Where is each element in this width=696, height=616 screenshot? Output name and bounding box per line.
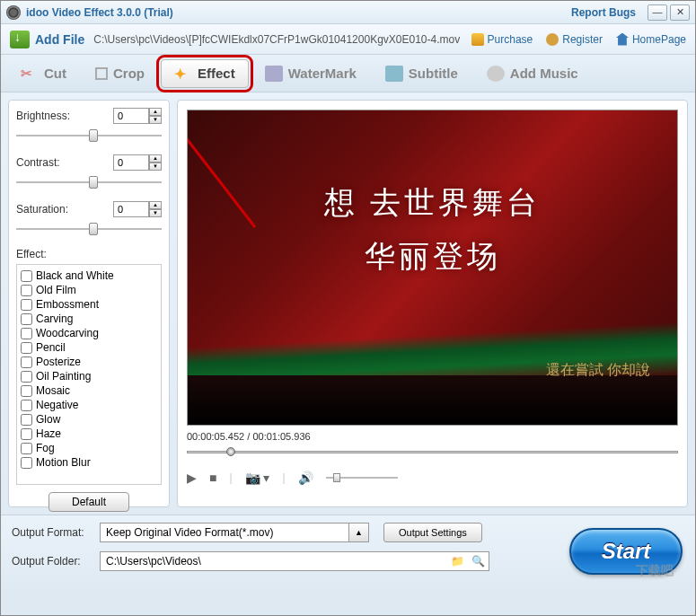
volume-slider[interactable] bbox=[326, 471, 398, 484]
tab-watermark[interactable]: WaterMark bbox=[252, 60, 369, 87]
add-file-button[interactable]: Add File bbox=[35, 32, 84, 47]
effect-label: Carving bbox=[36, 312, 73, 325]
preview-panel: 想 去世界舞台 华丽登场 還在嘗試 你却說 00:00:05.452 / 00:… bbox=[177, 100, 688, 507]
default-button[interactable]: Default bbox=[48, 492, 129, 512]
scrub-thumb[interactable] bbox=[226, 447, 235, 456]
output-format-combo[interactable]: Keep Original Video Format(*.mov) ▲ bbox=[100, 523, 369, 542]
tab-music[interactable]: Add Music bbox=[474, 60, 591, 87]
effect-label: Oil Painting bbox=[36, 370, 91, 383]
volume-icon[interactable]: 🔊 bbox=[298, 471, 313, 485]
effect-item[interactable]: Glow bbox=[19, 412, 159, 427]
app-logo-icon bbox=[6, 5, 21, 20]
close-button[interactable]: ✕ bbox=[670, 4, 690, 21]
video-preview: 想 去世界舞台 华丽登场 還在嘗試 你却說 bbox=[187, 110, 678, 426]
effect-list[interactable]: Black and WhiteOld FilmEmbossmentCarving… bbox=[16, 264, 162, 485]
video-caption-3: 還在嘗試 你却說 bbox=[546, 361, 650, 380]
saturation-up[interactable]: ▲ bbox=[149, 201, 162, 209]
effect-checkbox[interactable] bbox=[21, 428, 32, 440]
effect-item[interactable]: Fog bbox=[19, 441, 159, 455]
effect-label: Haze bbox=[36, 427, 61, 440]
effect-checkbox[interactable] bbox=[21, 356, 32, 368]
effect-item[interactable]: Haze bbox=[19, 427, 159, 441]
brightness-thumb[interactable] bbox=[89, 129, 98, 142]
brightness-group: Brightness: ▲▼ bbox=[16, 108, 162, 144]
effect-checkbox[interactable] bbox=[21, 313, 32, 325]
effect-checkbox[interactable] bbox=[21, 299, 32, 311]
home-icon bbox=[616, 33, 629, 46]
tab-cut[interactable]: ✂Cut bbox=[8, 60, 79, 87]
music-icon bbox=[487, 66, 505, 82]
effect-label: Mosaic bbox=[36, 384, 70, 397]
brightness-input[interactable] bbox=[113, 108, 149, 124]
effect-item[interactable]: Woodcarving bbox=[19, 326, 159, 340]
tab-effect[interactable]: ✦Effect bbox=[161, 59, 249, 88]
contrast-up[interactable]: ▲ bbox=[149, 154, 162, 163]
contrast-spinner[interactable]: ▲▼ bbox=[113, 154, 162, 171]
brightness-spinner[interactable]: ▲▼ bbox=[113, 108, 162, 124]
brightness-slider[interactable] bbox=[16, 128, 162, 144]
register-link[interactable]: Register bbox=[546, 33, 603, 46]
search-icon[interactable]: 🔍 bbox=[468, 555, 489, 568]
contrast-input[interactable] bbox=[113, 154, 149, 171]
effect-item[interactable]: Black and White bbox=[19, 268, 159, 283]
effect-item[interactable]: Pencil bbox=[19, 340, 159, 355]
saturation-thumb[interactable] bbox=[89, 223, 98, 235]
saturation-spinner[interactable]: ▲▼ bbox=[113, 201, 162, 217]
output-folder-input[interactable]: C:\Users\pc\Videos\ 📁 🔍 bbox=[100, 551, 489, 571]
effect-checkbox[interactable] bbox=[21, 342, 32, 354]
effect-item[interactable]: Old Film bbox=[19, 283, 159, 297]
scissors-icon: ✂ bbox=[21, 66, 39, 82]
effect-item[interactable]: Carving bbox=[19, 312, 159, 326]
effect-checkbox[interactable] bbox=[21, 270, 32, 282]
tab-subtitle[interactable]: Subtitle bbox=[373, 60, 471, 87]
purchase-link[interactable]: Purchase bbox=[471, 33, 533, 46]
start-button[interactable]: Start bbox=[569, 528, 683, 575]
stop-button[interactable]: ■ bbox=[209, 471, 216, 485]
effect-checkbox[interactable] bbox=[21, 285, 32, 296]
output-settings-button[interactable]: Output Settings bbox=[383, 523, 482, 542]
effect-checkbox[interactable] bbox=[21, 400, 32, 411]
watermark-icon bbox=[265, 66, 283, 82]
contrast-down[interactable]: ▼ bbox=[149, 163, 162, 171]
contrast-slider[interactable] bbox=[16, 174, 162, 190]
scrub-slider[interactable] bbox=[187, 444, 678, 462]
brightness-up[interactable]: ▲ bbox=[149, 108, 162, 116]
chevron-up-icon[interactable]: ▲ bbox=[348, 524, 368, 541]
effect-label: Black and White bbox=[36, 269, 114, 282]
saturation-label: Saturation: bbox=[16, 203, 68, 216]
svg-line-0 bbox=[187, 128, 255, 227]
effect-item[interactable]: Posterize bbox=[19, 355, 159, 369]
effect-item[interactable]: Oil Painting bbox=[19, 369, 159, 383]
effect-checkbox[interactable] bbox=[21, 385, 32, 397]
effect-item[interactable]: Embossment bbox=[19, 297, 159, 312]
effect-checkbox[interactable] bbox=[21, 328, 32, 339]
effect-item[interactable]: Negative bbox=[19, 398, 159, 412]
effect-item[interactable]: Motion Blur bbox=[19, 455, 159, 470]
folder-icon[interactable]: 📁 bbox=[447, 555, 468, 568]
homepage-link[interactable]: HomePage bbox=[616, 33, 686, 46]
brightness-down[interactable]: ▼ bbox=[149, 116, 162, 124]
cart-icon bbox=[471, 33, 484, 46]
effect-item[interactable]: Mosaic bbox=[19, 383, 159, 398]
effect-checkbox[interactable] bbox=[21, 457, 32, 469]
saturation-down[interactable]: ▼ bbox=[149, 209, 162, 217]
tab-crop[interactable]: Crop bbox=[83, 60, 157, 86]
saturation-input[interactable] bbox=[113, 201, 149, 217]
minimize-button[interactable]: — bbox=[648, 4, 667, 21]
report-bugs-link[interactable]: Report Bugs bbox=[571, 6, 636, 19]
topbar: Add File C:\Users\pc\Videos\[P]fcCWIEkdl… bbox=[1, 24, 695, 55]
snapshot-button[interactable]: 📷 ▾ bbox=[245, 471, 270, 485]
volume-thumb[interactable] bbox=[333, 473, 340, 482]
titlebar: idoo Video Effect 3.0.0 (Trial) Report B… bbox=[1, 1, 695, 24]
play-button[interactable]: ▶ bbox=[187, 471, 197, 485]
effect-label: Posterize bbox=[36, 356, 81, 368]
output-folder-value: C:\Users\pc\Videos\ bbox=[101, 555, 447, 568]
saturation-slider[interactable] bbox=[16, 221, 162, 237]
crop-icon bbox=[95, 67, 108, 80]
contrast-thumb[interactable] bbox=[89, 176, 98, 189]
add-file-icon[interactable] bbox=[10, 31, 30, 48]
effect-checkbox[interactable] bbox=[21, 414, 32, 426]
effect-checkbox[interactable] bbox=[21, 443, 32, 454]
effect-label: Woodcarving bbox=[36, 327, 99, 339]
effect-checkbox[interactable] bbox=[21, 371, 32, 383]
